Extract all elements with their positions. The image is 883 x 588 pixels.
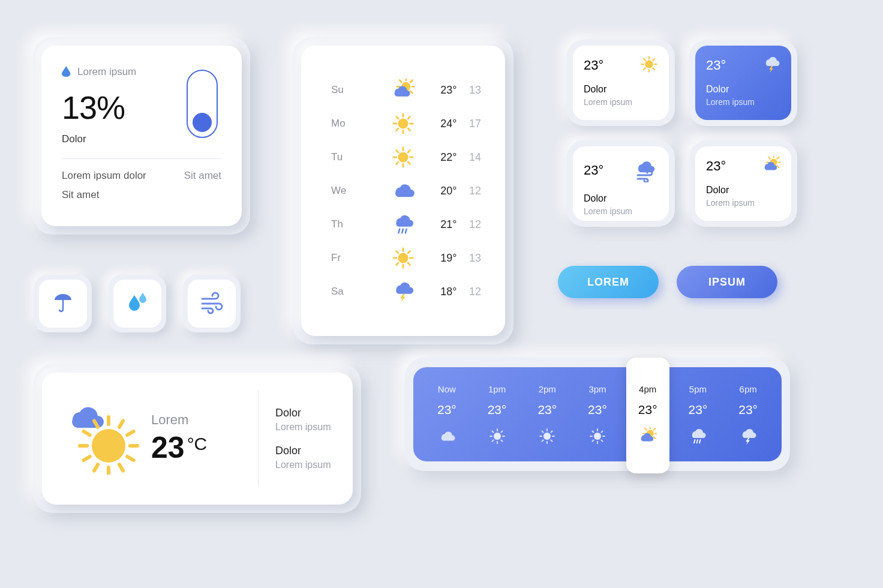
svg-line-82 [551,440,552,441]
partly-icon [762,156,780,176]
icon-tile[interactable] [113,280,161,328]
hourly-item[interactable]: 3pm 23° [572,384,623,447]
humidity-row-2: Sit amet [62,189,221,201]
forecast-row[interactable]: Mo 24° 17 [331,107,481,140]
button-row: LOREM IPSUM [558,266,777,298]
forecast-row[interactable]: Sa 18° 12 [331,275,481,308]
humidity-card-wrap: Lorem ipsum 13% Dolor Lorem ipsum dolor … [33,37,250,235]
forecast-hi: 19° [429,252,456,265]
forecast-hi: 18° [429,286,456,298]
svg-point-18 [398,152,409,162]
forecast-row[interactable]: Su 23° 13 [331,73,481,107]
hourly-item[interactable]: Now 23° [422,384,472,447]
svg-line-17 [408,117,410,119]
svg-line-69 [119,421,123,427]
svg-line-106 [653,428,655,430]
toggle-knob [193,113,212,132]
forecast-row[interactable]: Tu 22° 14 [331,140,481,174]
forecast-lo: 13 [460,84,481,97]
forecast-card: Su 23° 13 Mo 24° 17 Tu 22° 14 We 20° 12 … [301,46,505,336]
svg-line-38 [408,251,410,253]
icon-tile[interactable] [39,280,87,328]
icon-tile[interactable] [188,280,236,328]
hourly-item[interactable]: 6pm 23° [723,384,773,447]
forecast-lo: 14 [460,151,481,164]
ipsum-button[interactable]: IPSUM [677,266,777,298]
storm-icon [377,280,429,303]
svg-line-32 [408,263,410,265]
svg-line-41 [653,68,654,70]
hourly-time: Now [438,384,456,394]
hourly-time: 2pm [539,384,556,394]
small-title: Dolor [584,84,658,95]
forecast-hi: 23° [429,84,456,97]
svg-point-58 [92,429,125,463]
sun-w-icon [538,425,556,447]
partly-icon [639,425,657,447]
icon-tile-wrap [109,275,166,332]
svg-line-91 [601,440,602,441]
windcloud-icon [634,156,658,185]
small-card-wrap: 23° Dolor Lorem ipsum [567,40,675,126]
forecast-row[interactable]: Th 21° 12 [331,208,481,241]
lorem-button[interactable]: LOREM [558,266,659,298]
svg-line-54 [768,157,770,159]
svg-line-36 [397,251,398,253]
current-temp-value: 23 [151,431,185,464]
small-weather-card[interactable]: 23° Dolor Lorem ipsum [695,146,791,221]
forecast-day: Tu [331,151,377,163]
forecast-day: Fr [331,252,377,264]
svg-line-15 [397,117,398,119]
svg-line-27 [398,229,400,233]
row2-left: Sit amet [62,189,99,201]
svg-line-61 [119,464,123,470]
forecast-lo: 12 [460,218,481,231]
forecast-row[interactable]: We 20° 12 [331,174,481,208]
icon-tiles [34,275,241,332]
forecast-row[interactable]: Fr 19° 13 [331,241,481,275]
icon-tile-wrap [183,275,241,332]
small-weather-card[interactable]: 23° Dolor Lorem ipsum [573,46,669,120]
hourly-item[interactable]: 4pm 23° [623,384,673,447]
hourly-temp: 23° [537,403,557,417]
svg-line-13 [397,128,398,130]
rain-w-icon [689,425,707,447]
svg-line-34 [397,263,398,265]
svg-line-20 [408,162,410,164]
svg-line-2 [410,91,412,93]
hourly-wrap: Now 23° 1pm 23° 2pm 23° 3pm 23° 4pm 23° … [405,358,790,471]
sun-w-icon [588,425,606,447]
svg-point-39 [645,60,653,68]
small-weather-card[interactable]: 23° Dolor Lorem ipsum [573,146,669,221]
forecast-hi: 20° [429,185,456,197]
forecast-hi: 24° [429,118,456,130]
humidity-toggle[interactable] [187,70,218,138]
svg-point-71 [494,433,501,440]
humidity-label: Lorem ipsum [77,66,136,78]
small-temp: 23° [706,158,726,174]
small-card-wrap: 23° Dolor Lorem ipsum [567,140,675,227]
divider [62,158,221,159]
hourly-item[interactable]: 1pm 23° [472,384,522,447]
svg-line-22 [397,162,398,164]
svg-line-43 [644,68,645,70]
svg-line-86 [542,431,543,433]
svg-line-93 [592,440,593,441]
sun-icon [377,146,429,169]
hourly-temp: 23° [738,403,758,417]
hourly-item[interactable]: 5pm 23° [673,384,723,447]
svg-line-108 [697,440,698,443]
small-cards-grid: 23° Dolor Lorem ipsum 23° Dolor Lorem ip… [567,40,797,227]
current-weather-icon [59,403,149,475]
hourly-temp: 23° [689,403,708,417]
svg-line-109 [699,440,701,443]
row1-right: Sit amet [184,170,221,182]
small-weather-card[interactable]: 23° Dolor Lorem ipsum [695,46,791,120]
sun-w-icon [488,425,506,447]
hourly-time: 3pm [588,384,606,394]
forecast-day: Th [331,218,377,230]
humidity-card: Lorem ipsum 13% Dolor Lorem ipsum dolor … [41,46,242,226]
hourly-item[interactable]: 2pm 23° [522,384,572,447]
svg-line-28 [402,229,403,233]
svg-marker-110 [746,438,750,445]
